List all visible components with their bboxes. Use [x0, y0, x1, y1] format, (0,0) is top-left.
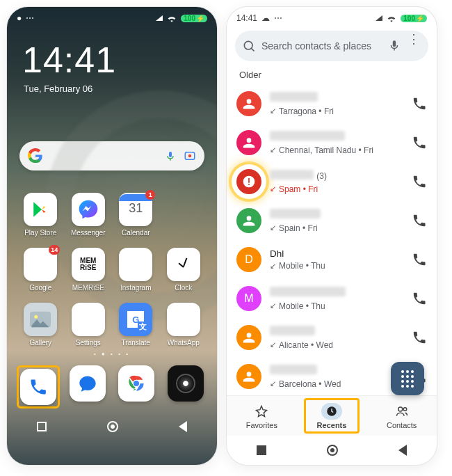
app-google-folder[interactable]: 14 Google — [18, 248, 63, 292]
contact-name: Dhl — [270, 248, 284, 259]
dock-camera[interactable] — [168, 365, 204, 402]
avatar — [236, 91, 261, 116]
app-whatsapp[interactable]: WhatsApp — [161, 303, 206, 347]
call-row[interactable]: ↙Tarragona • Fri — [227, 84, 437, 123]
nav-back-icon[interactable] — [398, 445, 407, 456]
star-icon — [251, 403, 272, 420]
call-row[interactable]: ↙Spain • Fri — [227, 201, 437, 240]
status-bar: ● ⋯ 100⚡ — [7, 7, 217, 25]
google-logo-icon — [28, 148, 43, 164]
dock-chrome[interactable] — [118, 365, 154, 402]
avatar — [236, 325, 261, 350]
more-icon[interactable]: ⋮ — [407, 39, 421, 53]
contact-name-redacted — [270, 209, 321, 219]
call-button[interactable] — [412, 174, 427, 189]
app-instagram[interactable]: Instagram — [113, 248, 158, 292]
svg-point-1 — [188, 154, 192, 158]
system-nav — [7, 413, 217, 441]
contacts-icon — [392, 403, 412, 420]
call-meta: Mobile • Thu — [279, 261, 325, 271]
phone-app: 14:41 ☁ ⋯ 100⚡ Search contacts & places … — [227, 7, 437, 465]
nav-home-icon[interactable] — [327, 445, 338, 456]
battery-indicator: 100⚡ — [401, 15, 427, 22]
calendar-badge: 1 — [145, 190, 155, 200]
incoming-call-icon: ↙ — [270, 262, 276, 271]
weather-icon: ☁ — [261, 13, 270, 23]
system-nav — [227, 436, 437, 465]
dialpad-icon — [401, 370, 414, 388]
app-gallery[interactable]: Gallery — [18, 303, 63, 347]
tab-contacts[interactable]: Contacts — [366, 396, 437, 436]
incoming-call-icon: ↙ — [270, 106, 276, 116]
status-overflow-icon: ⋯ — [274, 13, 284, 23]
call-meta: Spain • Fri — [279, 223, 318, 233]
tab-favorites[interactable]: Favorites — [227, 396, 297, 436]
status-time: 14:41 — [236, 13, 257, 23]
nav-recents-icon[interactable] — [37, 422, 47, 431]
incoming-call-icon: ↙ — [270, 379, 276, 388]
incoming-call-icon: ↙ — [270, 145, 276, 154]
signal-icon — [376, 13, 382, 23]
call-meta: Chennai, Tamil Nadu • Fri — [279, 145, 373, 155]
app-clock[interactable]: Clock — [161, 248, 206, 292]
mic-icon[interactable] — [388, 39, 402, 53]
app-settings[interactable]: Settings — [66, 303, 111, 347]
google-search-bar[interactable] — [19, 141, 204, 170]
call-meta: Spam • Fri — [279, 184, 318, 194]
app-translate[interactable]: G文 Translate — [113, 303, 158, 347]
section-header: Older — [227, 65, 437, 84]
call-count: (3) — [316, 171, 327, 181]
call-button[interactable] — [412, 291, 427, 306]
mic-icon[interactable] — [164, 150, 177, 162]
dock-phone[interactable] — [20, 369, 56, 405]
app-memrise[interactable]: MEMRiSE MEMRiSE — [66, 248, 111, 292]
clock-icon — [321, 403, 342, 420]
app-play-store[interactable]: Play Store — [18, 193, 63, 237]
phone-app-highlight — [17, 365, 60, 408]
date-widget[interactable]: Tue, February 06 — [24, 84, 217, 94]
call-row[interactable]: ↙Alicante • Wed — [227, 318, 437, 357]
call-button[interactable] — [412, 252, 427, 267]
call-meta: Barcelona • Wed — [279, 379, 341, 389]
missed-call-icon: ↙ — [270, 184, 276, 193]
nav-back-icon[interactable] — [179, 421, 187, 432]
call-row[interactable]: (3)↙Spam • Fri — [227, 162, 437, 201]
app-calendar[interactable]: 31 1 Calendar — [113, 193, 158, 237]
call-row[interactable]: ↙Chennai, Tamil Nadu • Fri — [227, 123, 437, 162]
svg-point-3 — [35, 315, 38, 319]
svg-point-8 — [243, 176, 255, 188]
wifi-icon — [167, 15, 177, 22]
avatar — [236, 130, 261, 155]
clock-widget[interactable]: 14:41 — [22, 39, 217, 81]
nav-recents-icon[interactable] — [257, 445, 266, 455]
nav-home-icon[interactable] — [107, 421, 118, 432]
call-row[interactable]: DDhl↙Mobile • Thu — [227, 240, 437, 279]
call-list: ↙Tarragona • Fri↙Chennai, Tamil Nadu • F… — [227, 84, 437, 395]
call-button[interactable] — [412, 135, 427, 150]
call-meta: Mobile • Thu — [279, 301, 325, 311]
incoming-call-icon: ↙ — [270, 223, 276, 232]
avatar: M — [236, 286, 261, 311]
signal-icon — [156, 13, 163, 23]
spam-icon — [236, 169, 261, 194]
avatar: D — [236, 247, 261, 272]
status-overflow-icon: ⋯ — [26, 13, 35, 23]
app-grid: Play Store Messenger 31 1 Calendar 14 Go… — [17, 193, 207, 347]
incoming-call-icon: ↙ — [270, 301, 276, 310]
folder-badge: 14 — [49, 245, 60, 255]
call-button[interactable] — [412, 96, 427, 111]
contact-name-redacted — [270, 287, 346, 296]
app-messenger[interactable]: Messenger — [66, 193, 111, 237]
dock-messages[interactable] — [70, 365, 106, 402]
tab-recents[interactable]: Recents — [297, 396, 367, 436]
call-button[interactable] — [412, 213, 427, 228]
dialpad-button[interactable] — [391, 362, 424, 395]
svg-point-7 — [244, 41, 252, 49]
battery-indicator: 100⚡ — [181, 15, 207, 22]
call-button[interactable] — [412, 330, 427, 345]
search-bar[interactable]: Search contacts & places ⋮ — [235, 31, 428, 61]
call-row[interactable]: M↙Mobile • Thu — [227, 279, 437, 318]
lens-icon[interactable] — [184, 150, 196, 162]
call-meta: Tarragona • Fri — [279, 106, 334, 116]
home-screen: ● ⋯ 100⚡ 14:41 Tue, February 06 Play Sto… — [7, 7, 217, 465]
